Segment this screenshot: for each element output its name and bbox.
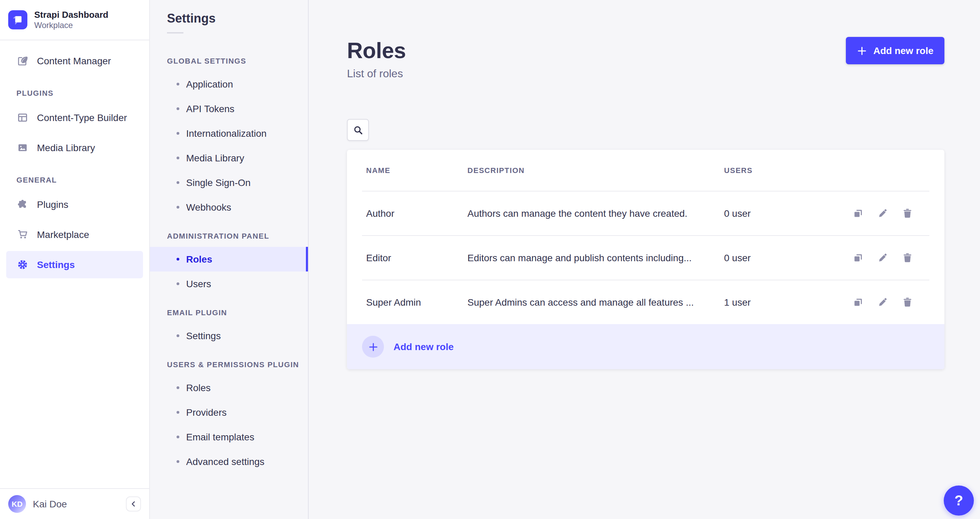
page-title: Roles	[347, 37, 406, 64]
subnav-item-media-library[interactable]: Media Library	[150, 146, 308, 170]
subnav-item-label: Media Library	[186, 152, 244, 163]
subnav-section-users-permissions: USERS & PERMISSIONS PLUGIN Roles Provide…	[150, 360, 308, 474]
sidebar-item-settings[interactable]: Settings	[6, 251, 143, 278]
subnav-item-advanced-settings[interactable]: Advanced settings	[150, 449, 308, 474]
duplicate-icon	[853, 208, 864, 219]
edit-icon	[877, 297, 888, 308]
subnav-item-roles-admin[interactable]: Roles	[150, 247, 308, 271]
table-row-super-admin[interactable]: Super Admin Super Admins can access and …	[347, 280, 944, 324]
duplicate-icon	[853, 297, 864, 308]
bullet-icon	[177, 181, 179, 184]
subnav-item-label: Webhooks	[186, 202, 231, 213]
subnav-item-roles-up[interactable]: Roles	[150, 375, 308, 400]
duplicate-role-button[interactable]	[849, 204, 868, 223]
plus-circle-icon	[362, 336, 384, 358]
role-name-cell: Author	[347, 208, 468, 219]
role-description-cell: Authors can manage the content they have…	[468, 208, 724, 219]
column-header-users: USERS	[724, 166, 842, 175]
sidebar-item-label: Media Library	[37, 142, 95, 153]
user-row: KD Kai Doe	[0, 489, 149, 519]
role-name-cell: Super Admin	[347, 297, 468, 308]
edit-icon	[877, 252, 888, 263]
subnav-item-application[interactable]: Application	[150, 72, 308, 97]
search-icon	[353, 125, 363, 135]
subnav-section-administration-panel: ADMINISTRATION PANEL Roles Users	[150, 232, 308, 296]
role-users-cell: 0 user	[724, 252, 842, 263]
page-subtitle: List of roles	[347, 67, 406, 81]
sidebar-item-media-library[interactable]: Media Library	[6, 134, 143, 161]
bullet-icon	[177, 157, 179, 159]
table-row-author[interactable]: Author Authors can manage the content th…	[347, 192, 944, 235]
brand-text: Strapi Dashboard Workplace	[34, 10, 108, 30]
settings-subnav: Settings GLOBAL SETTINGS Application API…	[150, 0, 309, 519]
strapi-app: Strapi Dashboard Workplace Content Manag…	[0, 0, 980, 519]
delete-role-button[interactable]	[898, 293, 917, 312]
delete-icon	[902, 252, 913, 263]
role-users-cell: 1 user	[724, 297, 842, 308]
puzzle-icon	[16, 198, 29, 211]
bullet-icon	[177, 436, 179, 438]
sidebar-item-content-type-builder[interactable]: Content-Type Builder	[6, 104, 143, 131]
feather-pen-icon	[16, 55, 29, 67]
add-new-role-label: Add new role	[873, 45, 934, 56]
sidebar-item-content-manager[interactable]: Content Manager	[6, 47, 143, 75]
chevron-left-icon	[129, 500, 138, 508]
delete-role-button[interactable]	[898, 204, 917, 223]
page-header-text: Roles List of roles	[347, 37, 406, 81]
role-description-cell: Super Admins can access and manage all f…	[468, 297, 724, 308]
shopping-cart-icon	[16, 229, 29, 241]
workspace-brand[interactable]: Strapi Dashboard Workplace	[0, 0, 149, 40]
subnav-item-label: Roles	[186, 254, 212, 265]
help-button[interactable]: ?	[944, 486, 974, 516]
workspace-subtitle: Workplace	[34, 21, 108, 30]
bullet-icon	[177, 411, 179, 414]
add-new-role-button[interactable]: Add new role	[846, 37, 944, 64]
edit-role-button[interactable]	[873, 248, 892, 267]
sidebar-item-marketplace[interactable]: Marketplace	[6, 221, 143, 248]
subnav-item-internationalization[interactable]: Internationalization	[150, 121, 308, 146]
sidebar-item-label: Plugins	[37, 199, 68, 210]
bullet-icon	[177, 83, 179, 86]
add-new-role-footer[interactable]: Add new role	[347, 324, 944, 369]
row-actions	[842, 204, 944, 223]
column-header-description: DESCRIPTION	[468, 166, 724, 175]
add-new-role-footer-label: Add new role	[393, 341, 454, 352]
column-header-name: NAME	[347, 166, 468, 175]
duplicate-role-button[interactable]	[849, 293, 868, 312]
sidebar-item-plugins[interactable]: Plugins	[6, 191, 143, 218]
subnav-item-label: Single Sign-On	[186, 177, 250, 188]
subnav-item-email-templates[interactable]: Email templates	[150, 425, 308, 449]
bullet-icon	[177, 107, 179, 110]
subnav-item-users[interactable]: Users	[150, 271, 308, 296]
table-row-editor[interactable]: Editor Editors can manage and publish co…	[347, 236, 944, 280]
subnav-item-label: Advanced settings	[186, 456, 264, 467]
subnav-item-webhooks[interactable]: Webhooks	[150, 195, 308, 219]
subnav-item-label: Settings	[186, 330, 221, 341]
edit-role-button[interactable]	[873, 204, 892, 223]
sidebar-item-label: Settings	[37, 259, 75, 270]
avatar[interactable]: KD	[8, 495, 26, 513]
subnav-item-label: Users	[186, 278, 211, 289]
collapse-sidebar-button[interactable]	[126, 497, 141, 511]
sidebar-item-label: Content-Type Builder	[37, 112, 127, 123]
sidebar-item-label: Marketplace	[37, 229, 89, 240]
search-button[interactable]	[347, 119, 369, 141]
subnav-item-email-settings[interactable]: Settings	[150, 324, 308, 348]
subnav-item-label: Providers	[186, 407, 226, 418]
subnav-item-api-tokens[interactable]: API Tokens	[150, 97, 308, 121]
gear-icon	[16, 259, 29, 271]
sidebar-menu: Content Manager PLUGINS Content-Type Bui…	[0, 47, 149, 281]
role-users-cell: 0 user	[724, 208, 842, 219]
subnav-item-single-sign-on[interactable]: Single Sign-On	[150, 170, 308, 195]
sidebar-divider	[0, 40, 149, 40]
edit-role-button[interactable]	[873, 293, 892, 312]
subnav-section-global-settings: GLOBAL SETTINGS Application API Tokens I…	[150, 57, 308, 219]
duplicate-role-button[interactable]	[849, 248, 868, 267]
layout-grid-icon	[16, 111, 29, 124]
plus-icon	[857, 46, 867, 56]
subnav-item-providers[interactable]: Providers	[150, 400, 308, 425]
delete-role-button[interactable]	[898, 248, 917, 267]
row-actions	[842, 293, 944, 312]
delete-icon	[902, 297, 913, 308]
bullet-icon	[177, 460, 179, 463]
